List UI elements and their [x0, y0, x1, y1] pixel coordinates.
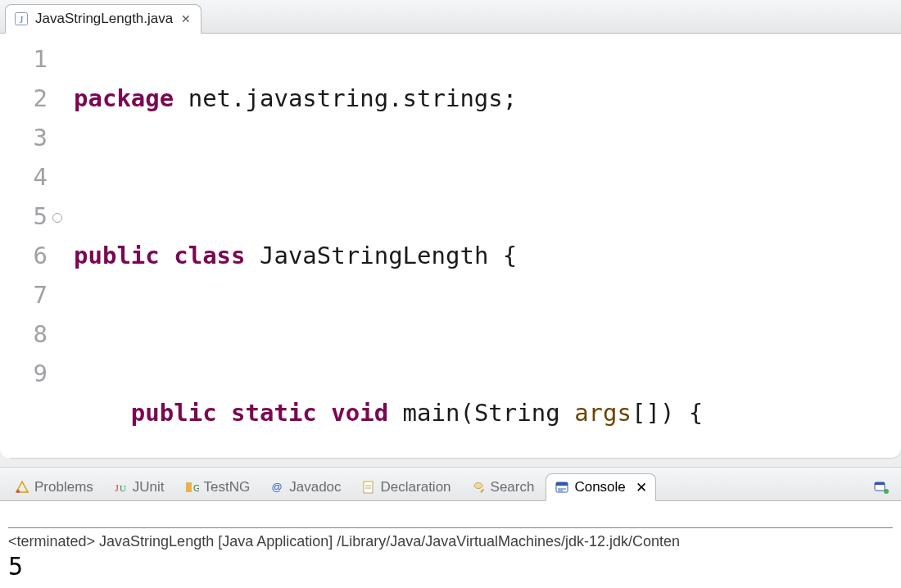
svg-point-2	[16, 490, 20, 493]
tab-junit[interactable]: JU JUnit	[105, 474, 173, 500]
line-number-gutter: 1 2 3 4 5 6 7 8 9	[10, 34, 52, 459]
testng-icon: G	[184, 480, 199, 495]
line-number: 6	[10, 236, 48, 275]
tab-problems[interactable]: Problems	[7, 474, 102, 500]
line-number: 8	[10, 314, 48, 354]
console-icon	[555, 480, 569, 495]
folding-ruler	[0, 34, 10, 459]
editor-tab-bar: J JavaStringLength.java ✕	[0, 0, 901, 34]
svg-text:G: G	[193, 483, 199, 493]
svg-text:U: U	[120, 483, 126, 493]
svg-point-15	[884, 489, 889, 494]
tab-declaration[interactable]: Declaration	[353, 474, 460, 500]
tab-testng[interactable]: G TestNG	[176, 474, 259, 500]
line-number: 1	[10, 39, 48, 79]
svg-rect-5	[186, 482, 192, 492]
tab-javadoc[interactable]: @ Javadoc	[261, 474, 349, 500]
tab-label: JUnit	[133, 479, 165, 495]
pin-console-icon[interactable]	[873, 480, 890, 495]
tab-label: Search	[491, 479, 535, 495]
console-view: <terminated> JavaStringLength [Java Appl…	[0, 501, 901, 588]
svg-rect-10	[480, 489, 484, 493]
java-file-icon: J	[14, 11, 29, 26]
line-number: 3	[10, 118, 48, 157]
close-icon[interactable]: ✕	[179, 12, 192, 25]
bottom-view-tab-bar: Problems JU JUnit G TestNG @ Javadoc Dec…	[0, 467, 901, 501]
declaration-icon	[361, 480, 376, 495]
tab-search[interactable]: Search	[463, 474, 543, 500]
tab-console[interactable]: Console ✕	[546, 473, 655, 501]
line-number: 5	[10, 197, 48, 236]
line-number: 9	[10, 354, 48, 393]
close-icon[interactable]: ✕	[636, 479, 647, 496]
tab-label: Problems	[34, 479, 93, 495]
code-area[interactable]: package net.javastring.strings; public c…	[52, 34, 901, 459]
console-toolbar	[873, 474, 894, 500]
svg-rect-12	[556, 482, 568, 486]
svg-text:@: @	[272, 481, 283, 493]
svg-point-9	[474, 483, 482, 489]
problems-icon	[15, 480, 29, 495]
console-output: 5	[8, 550, 893, 583]
file-tab-label: JavaStringLength.java	[35, 11, 173, 27]
svg-text:J: J	[20, 14, 24, 25]
tab-label: Javadoc	[289, 479, 341, 495]
tab-label: TestNG	[204, 479, 251, 495]
line-number: 4	[10, 157, 48, 197]
console-status-line: <terminated> JavaStringLength [Java Appl…	[8, 533, 893, 550]
line-number: 7	[10, 275, 48, 314]
svg-text:J: J	[115, 482, 119, 494]
code-editor[interactable]: 1 2 3 4 5 6 7 8 9 package net.javastring…	[0, 34, 901, 459]
javadoc-icon: @	[269, 480, 284, 495]
junit-icon: JU	[113, 480, 128, 495]
search-icon	[471, 480, 486, 495]
tab-label: Declaration	[381, 479, 451, 495]
line-number: 2	[10, 79, 48, 118]
tab-label: Console	[574, 479, 625, 495]
console-separator	[8, 527, 893, 528]
file-tab-javastringlength[interactable]: J JavaStringLength.java ✕	[5, 4, 201, 34]
svg-rect-14	[875, 482, 885, 485]
svg-rect-8	[364, 482, 373, 493]
